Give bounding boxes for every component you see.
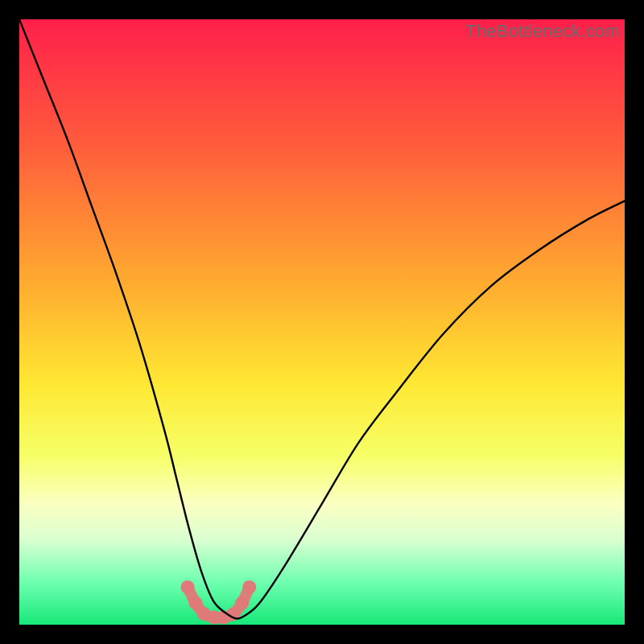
watermark-text: TheBottleneck.com [465, 21, 620, 42]
gradient-background [19, 19, 625, 625]
trough-marker [181, 580, 195, 594]
plot-area [19, 19, 625, 625]
trough-marker [242, 580, 256, 594]
trough-marker [235, 596, 249, 609]
trough-marker [188, 596, 202, 609]
chart-frame: TheBottleneck.com [19, 19, 625, 625]
